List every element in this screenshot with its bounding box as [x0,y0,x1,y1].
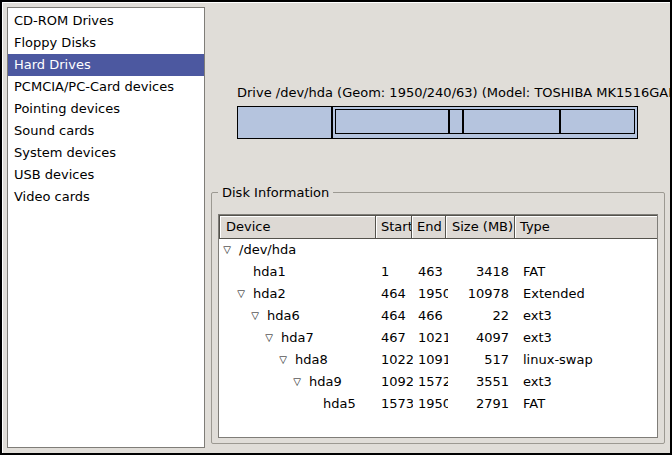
tree-row-hda9[interactable]: ▽hda9109215723551ext3 [219,371,657,393]
column-header-size-mb-[interactable]: Size (MB) [445,215,515,239]
partition-segment-extended [335,109,635,134]
expander-icon[interactable]: ▽ [221,239,233,261]
column-header-end[interactable]: End [411,215,446,239]
start-cell [376,239,413,261]
device-cell: hda5 [219,393,376,415]
size-cell: 3551 [448,371,518,393]
device-name: hda9 [309,374,342,389]
start-cell: 1 [376,261,413,283]
sidebar-item-pcmcia-pc-card-devices[interactable]: PCMCIA/PC-Card devices [8,76,204,98]
end-cell: 1572 [413,371,448,393]
tree-row-hda8[interactable]: ▽hda810221091517linux-swap [219,349,657,371]
device-category-list: CD-ROM DrivesFloppy DisksHard DrivesPCMC… [7,7,205,448]
hardware-browser-window: CD-ROM DrivesFloppy DisksHard DrivesPCMC… [0,0,672,455]
device-name: /dev/hda [239,242,296,257]
tree-row-hda2[interactable]: ▽hda2464195010978Extended [219,283,657,305]
disk-information-table: DeviceStartEndSize (MB)Type ▽/dev/hdahda… [218,214,658,438]
start-cell: 1573 [376,393,413,415]
sidebar-item-cd-rom-drives[interactable]: CD-ROM Drives [8,10,204,32]
size-cell: 517 [448,349,518,371]
end-cell: 466 [413,305,448,327]
type-cell: Extended [518,283,657,305]
device-name: hda6 [267,308,300,323]
sidebar-item-video-cards[interactable]: Video cards [8,186,204,208]
tree-row-devhda[interactable]: ▽/dev/hda [219,239,657,261]
sidebar-item-sound-cards[interactable]: Sound cards [8,120,204,142]
column-header-start[interactable]: Start [375,215,412,239]
end-cell [413,239,448,261]
device-cell: ▽/dev/hda [219,239,376,261]
end-cell: 1091 [413,349,448,371]
type-cell: linux-swap [518,349,657,371]
expander-icon[interactable]: ▽ [277,349,289,371]
logical-partition-divider [559,110,561,133]
device-name: hda5 [323,396,356,411]
device-name: hda2 [253,286,286,301]
size-cell: 2791 [448,393,518,415]
tree-row-hda7[interactable]: ▽hda746710214097ext3 [219,327,657,349]
expander-icon[interactable]: ▽ [263,327,275,349]
type-cell: ext3 [518,371,657,393]
sidebar-item-pointing-devices[interactable]: Pointing devices [8,98,204,120]
device-cell: ▽hda6 [219,305,376,327]
drive-title: Drive /dev/hda (Geom: 1950/240/63) (Mode… [237,85,657,100]
start-cell: 467 [376,327,413,349]
expander-icon[interactable]: ▽ [291,371,303,393]
logical-partition-divider [462,110,464,133]
column-header-device[interactable]: Device [219,215,376,239]
size-cell [448,239,518,261]
sidebar-item-hard-drives[interactable]: Hard Drives [8,54,204,76]
disk-information-legend: Disk Information [218,184,333,201]
device-cell: hda1 [219,261,376,283]
partition-segment-hda1 [238,107,333,138]
end-cell: 1950 [413,283,448,305]
sidebar-item-usb-devices[interactable]: USB devices [8,164,204,186]
type-cell: FAT [518,393,657,415]
drive-partition-bar [237,106,638,139]
size-cell: 10978 [448,283,518,305]
type-cell: ext3 [518,327,657,349]
table-body: ▽/dev/hdahda114633418FAT▽hda246419501097… [219,239,657,415]
logical-partition-divider [448,110,450,133]
start-cell: 1092 [376,371,413,393]
disk-information-groupbox: Disk Information DeviceStartEndSize (MB)… [211,192,665,444]
device-cell: ▽hda7 [219,327,376,349]
end-cell: 1021 [413,327,448,349]
type-cell: FAT [518,261,657,283]
type-cell [518,239,657,261]
size-cell: 4097 [448,327,518,349]
device-name: hda7 [281,330,314,345]
start-cell: 464 [376,283,413,305]
end-cell: 463 [413,261,448,283]
table-header-row: DeviceStartEndSize (MB)Type [219,215,657,239]
device-name: hda1 [253,264,286,279]
device-cell: ▽hda9 [219,371,376,393]
start-cell: 1022 [376,349,413,371]
sidebar-item-system-devices[interactable]: System devices [8,142,204,164]
type-cell: ext3 [518,305,657,327]
tree-row-hda1[interactable]: hda114633418FAT [219,261,657,283]
tree-row-hda6[interactable]: ▽hda646446622ext3 [219,305,657,327]
device-cell: ▽hda2 [219,283,376,305]
size-cell: 22 [448,305,518,327]
start-cell: 464 [376,305,413,327]
device-cell: ▽hda8 [219,349,376,371]
expander-icon[interactable]: ▽ [249,305,261,327]
size-cell: 3418 [448,261,518,283]
end-cell: 1950 [413,393,448,415]
expander-icon[interactable]: ▽ [235,283,247,305]
tree-row-hda5[interactable]: hda5157319502791FAT [219,393,657,415]
device-name: hda8 [295,352,328,367]
column-header-type[interactable]: Type [514,215,658,239]
sidebar-item-floppy-disks[interactable]: Floppy Disks [8,32,204,54]
